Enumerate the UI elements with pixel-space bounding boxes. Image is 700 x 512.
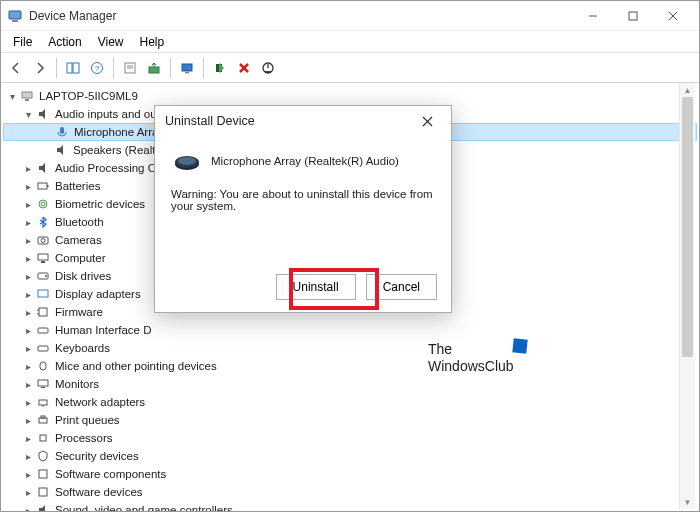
tree-monitors[interactable]: ▸Monitors	[3, 375, 697, 393]
update-driver-button[interactable]	[143, 57, 165, 79]
tree-processors[interactable]: ▸Processors	[3, 429, 697, 447]
svg-rect-33	[38, 290, 48, 297]
svg-rect-21	[25, 99, 29, 101]
svg-rect-37	[38, 328, 48, 333]
watermark-line2: WindowsClub	[428, 358, 514, 375]
tree-sw-devices[interactable]: ▸Software devices	[3, 483, 697, 501]
battery-icon	[35, 178, 51, 194]
svg-point-28	[41, 239, 45, 243]
cancel-button[interactable]: Cancel	[366, 274, 437, 300]
tree-print[interactable]: ▸Print queues	[3, 411, 697, 429]
sw-dev-icon	[35, 484, 51, 500]
window-title: Device Manager	[29, 9, 573, 23]
svg-rect-38	[38, 346, 48, 351]
biometric-icon	[35, 196, 51, 212]
svg-rect-7	[73, 63, 79, 73]
svg-point-56	[178, 157, 196, 165]
sound-icon	[35, 502, 51, 511]
minimize-button[interactable]	[573, 2, 613, 30]
dialog-warning-text: Warning: You are about to uninstall this…	[167, 188, 439, 212]
svg-rect-22	[60, 127, 64, 134]
svg-rect-29	[38, 254, 48, 260]
svg-rect-14	[182, 64, 192, 71]
disk-icon	[35, 268, 51, 284]
svg-rect-13	[149, 67, 159, 73]
svg-rect-45	[39, 418, 47, 423]
svg-rect-23	[38, 183, 47, 189]
dialog-device-name: Microphone Array (Realtek(R) Audio)	[211, 155, 399, 167]
menubar: File Action View Help	[1, 31, 699, 53]
watermark: The WindowsClub	[428, 341, 514, 375]
uninstall-button[interactable]: Uninstall	[276, 274, 356, 300]
app-icon	[7, 8, 23, 24]
keyboard-icon	[35, 340, 51, 356]
svg-rect-24	[47, 185, 49, 187]
watermark-logo-icon	[512, 338, 527, 353]
disable-device-button[interactable]	[257, 57, 279, 79]
svg-rect-1	[12, 20, 18, 22]
svg-rect-40	[40, 362, 46, 370]
tree-mice[interactable]: ▸Mice and other pointing devices	[3, 357, 697, 375]
close-button[interactable]	[653, 2, 693, 30]
menu-help[interactable]: Help	[132, 33, 173, 51]
device-large-icon	[173, 150, 201, 172]
svg-rect-3	[629, 12, 637, 20]
microphone-icon	[54, 124, 70, 140]
camera-icon	[35, 232, 51, 248]
bluetooth-icon	[35, 214, 51, 230]
help-button[interactable]: ?	[86, 57, 108, 79]
uninstall-device-button[interactable]	[233, 57, 255, 79]
tree-security[interactable]: ▸Security devices	[3, 447, 697, 465]
printer-icon	[35, 412, 51, 428]
computer-icon	[19, 88, 35, 104]
security-icon	[35, 448, 51, 464]
svg-rect-15	[185, 72, 189, 74]
menu-view[interactable]: View	[90, 33, 132, 51]
network-icon	[35, 394, 51, 410]
dialog-title: Uninstall Device	[165, 114, 255, 128]
dialog-device-row: Microphone Array (Realtek(R) Audio)	[167, 144, 439, 188]
forward-button[interactable]	[29, 57, 51, 79]
vertical-scrollbar[interactable]: ▲ ▼	[679, 83, 695, 509]
computer-tree-icon	[35, 250, 51, 266]
menu-action[interactable]: Action	[40, 33, 89, 51]
scroll-thumb[interactable]	[682, 97, 693, 357]
maximize-button[interactable]	[613, 2, 653, 30]
processor-icon	[35, 430, 51, 446]
svg-rect-49	[39, 488, 47, 496]
tree-keyboards[interactable]: ▸Keyboards	[3, 339, 697, 357]
hid-icon	[35, 322, 51, 338]
show-hide-tree-button[interactable]	[62, 57, 84, 79]
back-button[interactable]	[5, 57, 27, 79]
titlebar: Device Manager	[1, 1, 699, 31]
firmware-icon	[35, 304, 51, 320]
monitor-icon	[35, 376, 51, 392]
svg-rect-42	[41, 387, 45, 388]
properties-button[interactable]	[119, 57, 141, 79]
dialog-titlebar: Uninstall Device	[155, 106, 451, 136]
tree-network[interactable]: ▸Network adapters	[3, 393, 697, 411]
svg-point-32	[45, 275, 47, 277]
svg-rect-48	[39, 470, 47, 478]
svg-rect-46	[41, 416, 45, 418]
tree-hid[interactable]: ▸Human Interface D	[3, 321, 697, 339]
toolbar: ?	[1, 53, 699, 83]
scroll-down-arrow[interactable]: ▼	[680, 495, 695, 509]
tree-sound[interactable]: ▸Sound, video and game controllers	[3, 501, 697, 511]
mouse-icon	[35, 358, 51, 374]
tree-root[interactable]: ▾LAPTOP-5IIC9ML9	[3, 87, 697, 105]
uninstall-device-dialog: Uninstall Device Microphone Array (Realt…	[154, 105, 452, 313]
dialog-close-button[interactable]	[413, 110, 441, 132]
sw-comp-icon	[35, 466, 51, 482]
watermark-line1: The	[428, 341, 514, 358]
menu-file[interactable]: File	[5, 33, 40, 51]
audio-proc-icon	[35, 160, 51, 176]
enable-device-button[interactable]	[209, 57, 231, 79]
speaker-icon	[53, 142, 69, 158]
svg-rect-41	[38, 380, 48, 386]
scan-hardware-button[interactable]	[176, 57, 198, 79]
tree-sw-components[interactable]: ▸Software components	[3, 465, 697, 483]
svg-rect-43	[39, 400, 47, 405]
svg-rect-47	[40, 435, 46, 441]
scroll-up-arrow[interactable]: ▲	[680, 83, 695, 97]
